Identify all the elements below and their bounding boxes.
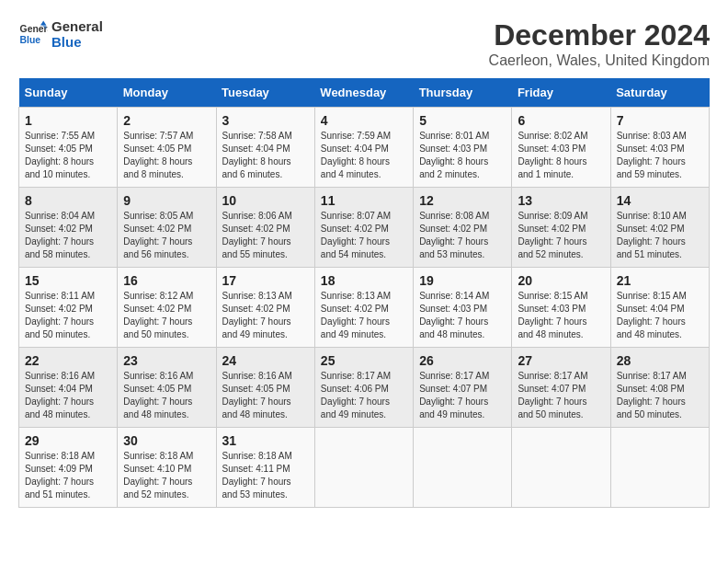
day-cell: 4Sunrise: 7:59 AMSunset: 4:04 PMDaylight… (314, 108, 413, 188)
day-cell: 19Sunrise: 8:14 AMSunset: 4:03 PMDayligh… (414, 268, 512, 348)
day-cell: 14Sunrise: 8:10 AMSunset: 4:02 PMDayligh… (610, 188, 709, 268)
day-info: Sunrise: 7:55 AMSunset: 4:05 PMDaylight:… (25, 130, 111, 181)
day-info: Sunrise: 8:16 AMSunset: 4:05 PMDaylight:… (123, 370, 210, 421)
day-cell: 31Sunrise: 8:18 AMSunset: 4:11 PMDayligh… (216, 428, 314, 508)
day-cell (512, 428, 610, 508)
svg-marker-2 (40, 21, 46, 26)
day-number: 9 (123, 193, 210, 208)
day-number: 7 (617, 113, 703, 128)
day-number: 29 (25, 433, 111, 448)
day-info: Sunrise: 8:15 AMSunset: 4:04 PMDaylight:… (617, 290, 703, 341)
day-cell: 5Sunrise: 8:01 AMSunset: 4:03 PMDaylight… (414, 108, 512, 188)
logo-blue: Blue (51, 34, 103, 50)
day-number: 4 (321, 113, 407, 128)
day-info: Sunrise: 7:59 AMSunset: 4:04 PMDaylight:… (321, 130, 407, 181)
svg-text:Blue: Blue (20, 35, 41, 45)
header-cell-saturday: Saturday (610, 78, 709, 108)
day-cell: 20Sunrise: 8:15 AMSunset: 4:03 PMDayligh… (512, 268, 610, 348)
day-number: 23 (123, 353, 210, 368)
day-cell: 30Sunrise: 8:18 AMSunset: 4:10 PMDayligh… (118, 428, 216, 508)
title-block: December 2024 Caerleon, Wales, United Ki… (489, 18, 710, 69)
day-info: Sunrise: 8:16 AMSunset: 4:05 PMDaylight:… (222, 370, 309, 421)
day-cell (314, 428, 413, 508)
day-number: 18 (321, 273, 407, 288)
header-cell-thursday: Thursday (414, 78, 512, 108)
day-info: Sunrise: 8:06 AMSunset: 4:02 PMDaylight:… (222, 210, 309, 261)
day-cell: 9Sunrise: 8:05 AMSunset: 4:02 PMDaylight… (118, 188, 216, 268)
logo: General Blue General Blue (18, 18, 103, 50)
day-number: 22 (25, 353, 111, 368)
day-cell: 25Sunrise: 8:17 AMSunset: 4:06 PMDayligh… (314, 348, 413, 428)
day-info: Sunrise: 8:05 AMSunset: 4:02 PMDaylight:… (123, 210, 210, 261)
week-row-1: 1Sunrise: 7:55 AMSunset: 4:05 PMDaylight… (19, 108, 710, 188)
week-row-5: 29Sunrise: 8:18 AMSunset: 4:09 PMDayligh… (19, 428, 710, 508)
day-info: Sunrise: 8:16 AMSunset: 4:04 PMDaylight:… (25, 370, 111, 421)
page-title: December 2024 (489, 18, 710, 52)
day-info: Sunrise: 8:04 AMSunset: 4:02 PMDaylight:… (25, 210, 111, 261)
day-cell: 29Sunrise: 8:18 AMSunset: 4:09 PMDayligh… (19, 428, 118, 508)
header-cell-tuesday: Tuesday (216, 78, 314, 108)
day-cell: 1Sunrise: 7:55 AMSunset: 4:05 PMDaylight… (19, 108, 118, 188)
day-info: Sunrise: 8:18 AMSunset: 4:10 PMDaylight:… (123, 450, 210, 501)
day-cell: 6Sunrise: 8:02 AMSunset: 4:03 PMDaylight… (512, 108, 610, 188)
day-info: Sunrise: 8:07 AMSunset: 4:02 PMDaylight:… (321, 210, 407, 261)
day-cell: 12Sunrise: 8:08 AMSunset: 4:02 PMDayligh… (414, 188, 512, 268)
logo-icon: General Blue (18, 19, 48, 49)
day-cell: 28Sunrise: 8:17 AMSunset: 4:08 PMDayligh… (610, 348, 709, 428)
day-number: 6 (518, 113, 604, 128)
day-info: Sunrise: 8:08 AMSunset: 4:02 PMDaylight:… (419, 210, 506, 261)
day-info: Sunrise: 8:17 AMSunset: 4:06 PMDaylight:… (321, 370, 407, 421)
day-cell (610, 428, 709, 508)
day-number: 3 (222, 113, 309, 128)
day-number: 27 (518, 353, 604, 368)
day-info: Sunrise: 8:17 AMSunset: 4:07 PMDaylight:… (518, 370, 604, 421)
day-number: 11 (321, 193, 407, 208)
calendar-table: SundayMondayTuesdayWednesdayThursdayFrid… (18, 78, 710, 508)
day-number: 19 (419, 273, 506, 288)
day-info: Sunrise: 8:13 AMSunset: 4:02 PMDaylight:… (321, 290, 407, 341)
day-cell: 24Sunrise: 8:16 AMSunset: 4:05 PMDayligh… (216, 348, 314, 428)
day-info: Sunrise: 8:15 AMSunset: 4:03 PMDaylight:… (518, 290, 604, 341)
day-info: Sunrise: 8:17 AMSunset: 4:07 PMDaylight:… (419, 370, 506, 421)
day-info: Sunrise: 8:13 AMSunset: 4:02 PMDaylight:… (222, 290, 309, 341)
day-cell: 10Sunrise: 8:06 AMSunset: 4:02 PMDayligh… (216, 188, 314, 268)
day-number: 1 (25, 113, 111, 128)
day-number: 15 (25, 273, 111, 288)
header-cell-monday: Monday (118, 78, 216, 108)
day-number: 10 (222, 193, 309, 208)
day-number: 24 (222, 353, 309, 368)
day-cell: 8Sunrise: 8:04 AMSunset: 4:02 PMDaylight… (19, 188, 118, 268)
day-info: Sunrise: 8:18 AMSunset: 4:11 PMDaylight:… (222, 450, 309, 501)
day-info: Sunrise: 7:58 AMSunset: 4:04 PMDaylight:… (222, 130, 309, 181)
day-number: 28 (617, 353, 703, 368)
day-info: Sunrise: 8:18 AMSunset: 4:09 PMDaylight:… (25, 450, 111, 501)
day-cell: 22Sunrise: 8:16 AMSunset: 4:04 PMDayligh… (19, 348, 118, 428)
header-cell-wednesday: Wednesday (314, 78, 413, 108)
week-row-3: 15Sunrise: 8:11 AMSunset: 4:02 PMDayligh… (19, 268, 710, 348)
day-number: 16 (123, 273, 210, 288)
day-number: 2 (123, 113, 210, 128)
day-cell: 13Sunrise: 8:09 AMSunset: 4:02 PMDayligh… (512, 188, 610, 268)
day-number: 12 (419, 193, 506, 208)
day-number: 25 (321, 353, 407, 368)
day-cell: 15Sunrise: 8:11 AMSunset: 4:02 PMDayligh… (19, 268, 118, 348)
day-info: Sunrise: 8:12 AMSunset: 4:02 PMDaylight:… (123, 290, 210, 341)
week-row-4: 22Sunrise: 8:16 AMSunset: 4:04 PMDayligh… (19, 348, 710, 428)
header-cell-friday: Friday (512, 78, 610, 108)
header-cell-sunday: Sunday (19, 78, 118, 108)
day-number: 30 (123, 433, 210, 448)
day-cell: 7Sunrise: 8:03 AMSunset: 4:03 PMDaylight… (610, 108, 709, 188)
week-row-2: 8Sunrise: 8:04 AMSunset: 4:02 PMDaylight… (19, 188, 710, 268)
day-info: Sunrise: 8:10 AMSunset: 4:02 PMDaylight:… (617, 210, 703, 261)
day-number: 31 (222, 433, 309, 448)
day-cell: 23Sunrise: 8:16 AMSunset: 4:05 PMDayligh… (118, 348, 216, 428)
day-number: 13 (518, 193, 604, 208)
page-header: General Blue General Blue December 2024 … (18, 18, 710, 69)
day-number: 5 (419, 113, 506, 128)
day-info: Sunrise: 8:03 AMSunset: 4:03 PMDaylight:… (617, 130, 703, 181)
day-info: Sunrise: 8:11 AMSunset: 4:02 PMDaylight:… (25, 290, 111, 341)
day-cell: 3Sunrise: 7:58 AMSunset: 4:04 PMDaylight… (216, 108, 314, 188)
day-cell: 27Sunrise: 8:17 AMSunset: 4:07 PMDayligh… (512, 348, 610, 428)
day-cell: 21Sunrise: 8:15 AMSunset: 4:04 PMDayligh… (610, 268, 709, 348)
day-number: 20 (518, 273, 604, 288)
